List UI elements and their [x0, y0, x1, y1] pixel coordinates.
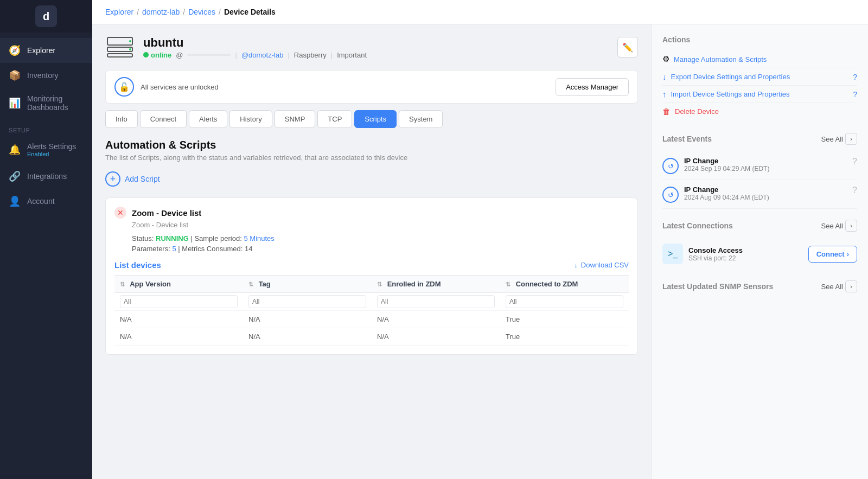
col-tag[interactable]: ⇅ Tag [243, 276, 372, 293]
sidebar-item-label: Integrations [27, 172, 67, 181]
org-link[interactable]: @domotz-lab [241, 51, 284, 59]
events-section-header: Latest Events See All › [662, 133, 857, 145]
logo-icon: d [35, 5, 57, 27]
add-script-button[interactable]: + Add Script [105, 171, 160, 187]
device-type-icon [105, 35, 135, 59]
script-remove-button[interactable]: ✕ [114, 207, 126, 219]
device-tag: Raspberry [294, 51, 327, 59]
sidebar-item-monitoring[interactable]: 📊 MonitoringDashboards [0, 88, 92, 118]
breadcrumb-lab[interactable]: domotz-lab [142, 8, 180, 16]
action-manage-scripts[interactable]: ⚙ Manage Automation & Scripts [662, 50, 857, 68]
import-help-icon[interactable]: ? [853, 90, 857, 99]
tab-history[interactable]: History [229, 110, 272, 128]
table-row: N/A N/A N/A True [114, 328, 629, 346]
inventory-icon: 📦 [9, 69, 21, 81]
event-icon-2: ↺ [662, 187, 679, 203]
sample-period-link[interactable]: 5 Minutes [244, 234, 274, 242]
services-unlocked-text: All services are unlocked [141, 83, 219, 91]
filter-tag[interactable] [248, 295, 366, 308]
account-icon: 👤 [9, 195, 21, 207]
at-symbol: @ [176, 51, 183, 59]
edit-device-button[interactable]: ✏️ [617, 37, 638, 58]
connection-detail: SSH via port: 22 [688, 254, 743, 262]
access-manager-button[interactable]: Access Manager [556, 78, 629, 96]
breadcrumb-explorer[interactable]: Explorer [105, 8, 133, 16]
filter-row [114, 293, 629, 311]
console-icon: >_ [662, 244, 683, 264]
connect-button[interactable]: Connect › [808, 246, 857, 263]
sort-enrolled-icon: ⇅ [377, 281, 382, 288]
export-help-icon[interactable]: ? [853, 73, 857, 81]
event-info-2: IP Change 2024 Aug 09 04:24 AM (EDT) [684, 186, 769, 201]
export-icon: ↓ [662, 72, 667, 81]
col-enrolled[interactable]: ⇅ Enrolled in ZDM [372, 276, 500, 293]
download-csv-button[interactable]: ↓ Download CSV [574, 261, 629, 269]
script-card: ✕ Zoom - Device list Zoom - Device list … [105, 197, 638, 355]
events-see-all-button[interactable]: See All › [821, 133, 857, 145]
tab-bar: Info Connect Alerts History SNMP TCP Scr… [105, 110, 638, 128]
download-csv-label: Download CSV [581, 261, 629, 269]
event-time-2: 2024 Aug 09 04:24 AM (EDT) [684, 194, 769, 201]
sidebar-item-explorer[interactable]: 🧭 Explorer [0, 38, 92, 63]
connections-see-all-chevron-icon: › [845, 220, 857, 232]
download-icon: ↓ [574, 261, 578, 269]
export-link[interactable]: Export Device Settings and Properties [671, 73, 790, 81]
script-meta-status: Status: RUNNING | Sample period: 5 Minut… [114, 234, 629, 242]
tab-scripts[interactable]: Scripts [354, 110, 397, 128]
col-app-version[interactable]: ⇅ App Version [114, 276, 243, 293]
delete-icon: 🗑 [662, 107, 671, 116]
tab-alerts[interactable]: Alerts [189, 110, 227, 128]
tab-info[interactable]: Info [105, 110, 138, 128]
snmp-see-all-button[interactable]: See All › [821, 280, 857, 292]
action-delete[interactable]: 🗑 Delete Device [662, 103, 857, 120]
import-link[interactable]: Import Device Settings and Properties [671, 90, 790, 98]
col-connected[interactable]: ⇅ Connected to ZDM [500, 276, 629, 293]
device-label: Important [337, 51, 367, 59]
sidebar-item-integrations[interactable]: 🔗 Integrations [0, 164, 92, 189]
tab-system[interactable]: System [399, 110, 443, 128]
sidebar-item-inventory[interactable]: 📦 Inventory [0, 63, 92, 88]
connections-section: Latest Connections See All › >_ Console … [662, 220, 857, 270]
action-import[interactable]: ↑ Import Device Settings and Properties … [662, 86, 857, 103]
explorer-icon: 🧭 [9, 44, 21, 56]
tab-tcp[interactable]: TCP [317, 110, 352, 128]
tab-snmp[interactable]: SNMP [275, 110, 316, 128]
lock-icon: 🔓 [114, 77, 134, 97]
connection-name: Console Access [688, 246, 743, 254]
sidebar-item-label: MonitoringDashboards [27, 94, 68, 112]
main-content: Explorer / domotz-lab / Devices / Device… [92, 0, 868, 479]
event-help-2[interactable]: ? [852, 186, 857, 195]
script-name: Zoom - Device list [132, 208, 201, 218]
params-value[interactable]: 5 [172, 245, 176, 253]
action-export[interactable]: ↓ Export Device Settings and Properties … [662, 68, 857, 86]
device-info: ubuntu online @ | @domotz-lab | Raspberr… [143, 36, 367, 59]
sidebar-item-label: Explorer [27, 46, 55, 55]
sidebar-item-account[interactable]: 👤 Account [0, 189, 92, 214]
alerts-icon: 🔔 [9, 144, 21, 156]
filter-app-version[interactable] [120, 295, 238, 308]
device-meta: online @ | @domotz-lab | Raspberry | Imp… [143, 51, 367, 59]
manage-scripts-link[interactable]: Manage Automation & Scripts [674, 55, 767, 63]
sidebar-logo: d [0, 0, 92, 33]
event-name-2: IP Change [684, 186, 769, 194]
sort-tag-icon: ⇅ [248, 281, 253, 288]
svg-rect-2 [107, 54, 132, 57]
breadcrumb-devices[interactable]: Devices [188, 8, 215, 16]
device-name: ubuntu [143, 36, 367, 50]
device-status: online [143, 51, 171, 59]
event-item-1: ↺ IP Change 2024 Sep 19 04:29 AM (EDT) ? [662, 151, 857, 180]
tab-connect[interactable]: Connect [140, 110, 187, 128]
event-time-1: 2024 Sep 19 04:29 AM (EDT) [684, 165, 769, 173]
sidebar-item-alerts[interactable]: 🔔 Alerts Settings Enabled [0, 136, 92, 164]
event-help-1[interactable]: ? [852, 157, 857, 167]
list-devices-table: ⇅ App Version ⇅ Tag ⇅ Enrolled in ZDM [114, 275, 629, 346]
filter-connected[interactable] [506, 295, 623, 308]
right-panel: Actions ⚙ Manage Automation & Scripts ↓ … [651, 24, 868, 479]
connections-see-all-button[interactable]: See All › [821, 220, 857, 232]
filter-enrolled[interactable] [377, 295, 495, 308]
sidebar-nav: 🧭 Explorer 📦 Inventory 📊 MonitoringDashb… [0, 33, 92, 479]
monitoring-icon: 📊 [9, 97, 21, 109]
event-name-1: IP Change [684, 157, 769, 165]
event-icon-1: ↺ [662, 158, 679, 174]
connection-info: Console Access SSH via port: 22 [688, 246, 743, 262]
